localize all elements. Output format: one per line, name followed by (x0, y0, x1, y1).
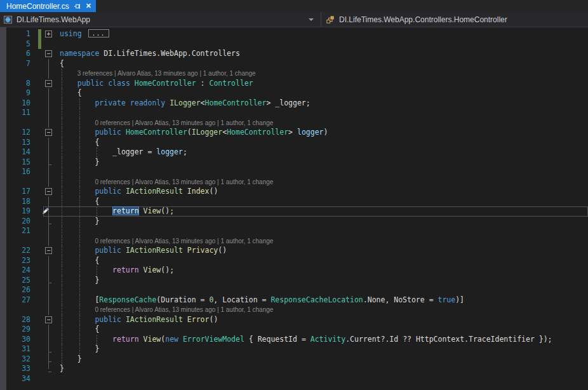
line-number[interactable]: 15 (6, 158, 37, 168)
code-line[interactable]: return View(); (53, 266, 588, 276)
code-line[interactable]: private readonly ILogger<HomeController>… (53, 98, 588, 109)
code-line[interactable]: } (53, 276, 588, 286)
line-number[interactable]: 22 (6, 246, 37, 256)
line-number[interactable]: 21 (6, 226, 37, 236)
code-line[interactable]: [ResponseCache(Duration = 0, Location = … (53, 295, 588, 306)
collapse-icon[interactable]: − (45, 129, 52, 136)
line-number[interactable] (6, 236, 37, 246)
fold-toggle[interactable]: − (43, 128, 53, 138)
line-number[interactable] (6, 69, 37, 79)
code-line[interactable]: return View(new ErrorViewModel { Request… (53, 335, 588, 345)
codelens-text[interactable]: 3 references | Alvaro Atias, 13 minutes … (77, 70, 256, 77)
line-number[interactable]: 7 (6, 59, 37, 69)
code-line[interactable]: public IActionResult Error() (53, 315, 588, 325)
pin-icon[interactable] (74, 3, 81, 10)
code-line[interactable]: { (53, 138, 588, 148)
codelens-text[interactable]: 0 references | Alvaro Atias, 13 minutes … (95, 178, 273, 185)
project-dropdown[interactable]: DI.LifeTimes.WebApp (0, 12, 321, 27)
collapse-icon[interactable]: − (45, 188, 52, 195)
code-line[interactable] (53, 285, 588, 295)
close-icon[interactable]: ✕ (86, 3, 91, 10)
code-line[interactable] (53, 167, 588, 177)
line-number[interactable]: 28 (6, 315, 37, 325)
line-number[interactable]: 30 (6, 335, 37, 345)
line-number[interactable]: 23 (6, 256, 37, 266)
line-number[interactable]: 26 (6, 285, 37, 295)
line-number[interactable]: 5 (6, 39, 37, 50)
line-number[interactable]: 32 (6, 354, 37, 365)
code-line[interactable]: } (53, 217, 588, 227)
line-number[interactable]: 31 (6, 344, 37, 354)
code-line[interactable] (53, 374, 588, 384)
breakpoint-margin[interactable] (0, 27, 6, 390)
code-line[interactable]: _logger = logger; (53, 147, 588, 158)
code-line[interactable] (53, 226, 588, 236)
line-number[interactable]: 27 (6, 295, 37, 306)
line-number[interactable]: 6 (6, 49, 37, 59)
fold-toggle[interactable]: − (43, 79, 53, 89)
line-number[interactable]: 29 (6, 325, 37, 335)
line-number[interactable]: 9 (6, 88, 37, 98)
fold-toggle[interactable]: − (43, 246, 53, 256)
line-number[interactable]: 12 (6, 128, 37, 138)
code-line[interactable]: public class HomeController : Controller (53, 79, 588, 89)
codelens-info[interactable]: 0 references | Alvaro Atias, 13 minutes … (53, 118, 588, 128)
line-number[interactable]: 13 (6, 138, 37, 148)
line-number[interactable] (6, 118, 37, 128)
line-number[interactable]: 18 (6, 197, 37, 207)
code-line[interactable]: { (53, 256, 588, 266)
line-number[interactable] (6, 305, 37, 315)
code-line[interactable]: } (53, 354, 588, 365)
fold-toggle[interactable]: − (43, 187, 53, 197)
codelens-text[interactable]: 0 references | Alvaro Atias, 13 minutes … (95, 306, 273, 313)
codelens-text[interactable]: 0 references | Alvaro Atias, 13 minutes … (95, 238, 273, 245)
line-number[interactable]: 33 (6, 364, 37, 374)
codelens-info[interactable]: 0 references | Alvaro Atias, 13 minutes … (53, 305, 588, 315)
code-line[interactable]: { (53, 88, 588, 98)
code-line[interactable] (53, 108, 588, 118)
codelens-info[interactable]: 0 references | Alvaro Atias, 13 minutes … (53, 177, 588, 187)
codelens-info[interactable]: 0 references | Alvaro Atias, 13 minutes … (53, 236, 588, 246)
collapsed-region[interactable]: ... (88, 29, 109, 37)
code-line[interactable]: public IActionResult Privacy() (53, 246, 588, 256)
line-number[interactable]: 8 (6, 79, 37, 89)
tab-homecontroller[interactable]: HomeController.cs ✕ (0, 0, 96, 12)
line-number[interactable]: 1 (6, 29, 37, 39)
code-line[interactable]: { (53, 197, 588, 207)
code-line[interactable]: { (53, 59, 588, 69)
collapse-icon[interactable]: − (45, 80, 52, 87)
line-number[interactable]: 24 (6, 266, 37, 276)
codelens-info[interactable]: 3 references | Alvaro Atias, 13 minutes … (53, 69, 588, 79)
collapse-icon[interactable]: − (45, 50, 52, 57)
collapse-icon[interactable]: − (45, 316, 52, 323)
member-dropdown[interactable]: DI.LifeTimes.WebApp.Controllers.HomeCont… (321, 12, 588, 27)
line-number[interactable]: 14 (6, 147, 37, 158)
fold-toggle[interactable]: − (43, 49, 53, 59)
code-line[interactable]: { (53, 325, 588, 335)
code-line[interactable]: } (53, 364, 588, 374)
line-number[interactable]: 20 (6, 217, 37, 227)
line-number[interactable]: 34 (6, 374, 37, 384)
line-number[interactable]: 19 (6, 206, 37, 217)
outline-margin (43, 217, 53, 227)
code-line[interactable] (53, 39, 588, 50)
line-number[interactable]: 10 (6, 98, 37, 109)
collapse-icon[interactable]: − (45, 247, 52, 254)
code-line[interactable]: } (53, 344, 588, 354)
expand-icon[interactable]: + (45, 30, 52, 37)
line-number[interactable] (6, 177, 37, 187)
fold-toggle[interactable]: − (43, 315, 53, 325)
code-editor[interactable]: 1+using ...56−namespace DI.LifeTimes.Web… (0, 27, 588, 390)
line-number[interactable]: 16 (6, 167, 37, 177)
code-line[interactable]: public IActionResult Index() (53, 187, 588, 197)
line-number[interactable]: 17 (6, 187, 37, 197)
code-line[interactable]: public HomeController(ILogger<HomeContro… (53, 128, 588, 138)
line-number[interactable]: 25 (6, 276, 37, 286)
code-line[interactable]: namespace DI.LifeTimes.WebApp.Controller… (53, 49, 588, 59)
fold-toggle[interactable]: + (43, 29, 53, 39)
code-line[interactable]: return View(); (53, 206, 588, 217)
codelens-text[interactable]: 0 references | Alvaro Atias, 13 minutes … (95, 119, 273, 126)
code-line[interactable]: } (53, 158, 588, 168)
line-number[interactable]: 11 (6, 108, 37, 118)
code-line[interactable]: using ... (53, 29, 588, 39)
